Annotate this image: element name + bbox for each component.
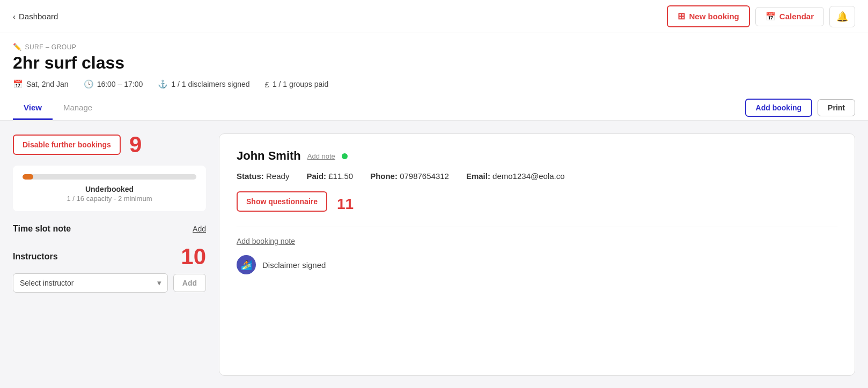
print-label: Print — [828, 103, 845, 112]
sidebar: Disable further bookings 9 Underbooked 1… — [13, 133, 206, 376]
paid-label: Paid: — [306, 171, 326, 181]
time-text: 16:00 – 17:00 — [97, 80, 143, 88]
select-instructor-wrapper: Select instructor — [13, 273, 168, 293]
add-booking-note-label: Add booking note — [237, 237, 295, 245]
calendar-small-icon: 📅 — [13, 79, 23, 89]
back-arrow-icon: ‹ — [13, 12, 16, 21]
booking-count-badge: 9 — [129, 133, 142, 156]
category-label: ✏️ SURF – GROUP — [13, 43, 855, 51]
disable-bookings-button[interactable]: Disable further bookings — [13, 135, 121, 155]
print-button[interactable]: Print — [818, 99, 855, 116]
category-text: SURF – GROUP — [25, 43, 76, 51]
timeslot-section-header: Time slot note Add — [13, 224, 206, 234]
instructors-section: Instructors 10 Select instructor Add — [13, 245, 206, 293]
meta-time: 🕓 16:00 – 17:00 — [84, 79, 143, 89]
instructors-label: Instructors — [13, 252, 58, 262]
new-booking-button[interactable]: ⊞ New booking — [667, 5, 749, 27]
questionnaire-row: Show questionnaire 11 — [237, 191, 837, 217]
status-item: Status: Ready — [237, 171, 289, 181]
disclaimer-avatar-icon: 🏄 — [241, 259, 252, 271]
instructor-count-badge: 10 — [181, 245, 206, 268]
edit-icon: ✏️ — [13, 43, 21, 51]
timeslot-section: Time slot note Add — [13, 224, 206, 234]
notification-bell-button[interactable]: 🔔 — [829, 6, 855, 27]
customer-name: John Smith — [237, 149, 301, 163]
divider — [237, 227, 837, 227]
instructor-select-row: Select instructor Add — [13, 273, 206, 293]
calendar-label: Calendar — [779, 12, 814, 21]
back-label: Dashboard — [19, 12, 58, 21]
tabs-bar: View Manage Add booking Print — [0, 95, 868, 121]
customer-name-row: John Smith Add note — [237, 149, 837, 163]
show-questionnaire-button[interactable]: Show questionnaire — [237, 191, 327, 212]
meta-date: 📅 Sat, 2nd Jan — [13, 79, 69, 89]
new-booking-label: New booking — [689, 12, 739, 21]
plus-icon: ⊞ — [678, 11, 685, 22]
capacity-bar-fill — [23, 174, 33, 180]
booking-number-row: Disable further bookings 9 — [13, 133, 206, 156]
tabs: View Manage — [13, 95, 103, 120]
booking-detail-card: John Smith Add note Status: Ready Paid: … — [219, 133, 855, 376]
disclaimers-text: 1 / 1 disclaimers signed — [171, 80, 249, 88]
top-bar: ‹ Dashboard ⊞ New booking 📅 Calendar 🔔 — [0, 0, 868, 33]
add-instructor-label: Add — [182, 279, 197, 287]
clock-icon: 🕓 — [84, 79, 94, 89]
show-questionnaire-label: Show questionnaire — [246, 197, 318, 206]
person-icon: ⚓ — [158, 79, 168, 89]
paid-value: £11.50 — [328, 171, 353, 181]
bell-icon: 🔔 — [836, 11, 848, 22]
page-header: ✏️ SURF – GROUP 2hr surf class 📅 Sat, 2n… — [0, 33, 868, 95]
timeslot-note-title: Time slot note — [13, 224, 71, 234]
date-text: Sat, 2nd Jan — [26, 80, 69, 88]
add-timeslot-note-label: Add — [193, 225, 206, 233]
back-link[interactable]: ‹ Dashboard — [13, 12, 58, 21]
phone-label: Phone: — [370, 171, 398, 181]
add-note-link[interactable]: Add note — [307, 152, 335, 160]
add-note-label: Add note — [307, 152, 335, 160]
status-value: Ready — [266, 171, 289, 181]
calendar-icon: 📅 — [766, 12, 776, 21]
tab-actions: Add booking Print — [745, 99, 855, 117]
add-instructor-button[interactable]: Add — [173, 274, 206, 292]
email-label: Email: — [466, 171, 490, 181]
calendar-button[interactable]: 📅 Calendar — [755, 7, 824, 26]
status-label: Status: — [237, 171, 264, 181]
groups-paid-text: 1 / 1 groups paid — [273, 80, 328, 88]
tab-manage[interactable]: Manage — [53, 95, 103, 120]
instructors-title: Instructors 10 — [13, 245, 206, 268]
main-content: Disable further bookings 9 Underbooked 1… — [0, 121, 868, 388]
add-timeslot-note-button[interactable]: Add — [193, 225, 206, 233]
email-value: demo1234@eola.co — [492, 171, 565, 181]
pound-icon: £ — [265, 80, 269, 89]
email-item: Email: demo1234@eola.co — [466, 171, 565, 181]
meta-groups-paid: £ 1 / 1 groups paid — [265, 80, 329, 89]
tab-manage-label: Manage — [63, 103, 92, 112]
questionnaire-number-badge: 11 — [337, 196, 354, 213]
top-actions: ⊞ New booking 📅 Calendar 🔔 — [667, 5, 855, 27]
tab-view[interactable]: View — [13, 95, 53, 120]
select-instructor[interactable]: Select instructor — [13, 273, 168, 293]
disclaimer-text: Disclaimer signed — [262, 260, 326, 270]
add-booking-label: Add booking — [756, 103, 802, 112]
paid-item: Paid: £11.50 — [306, 171, 353, 181]
capacity-bar-container — [23, 174, 196, 180]
add-booking-note-link[interactable]: Add booking note — [237, 237, 837, 245]
page-title: 2hr surf class — [13, 53, 855, 73]
capacity-detail: 1 / 16 capacity - 2 minimum — [23, 195, 196, 203]
meta-disclaimers: ⚓ 1 / 1 disclaimers signed — [158, 79, 249, 89]
phone-value: 07987654312 — [400, 171, 449, 181]
disclaimer-avatar: 🏄 — [237, 255, 256, 274]
capacity-status: Underbooked — [23, 185, 196, 193]
meta-row: 📅 Sat, 2nd Jan 🕓 16:00 – 17:00 ⚓ 1 / 1 d… — [13, 79, 855, 95]
info-row: Status: Ready Paid: £11.50 Phone: 079876… — [237, 171, 837, 181]
tab-view-label: View — [24, 103, 42, 112]
online-status-dot — [342, 153, 348, 159]
capacity-box: Underbooked 1 / 16 capacity - 2 minimum — [13, 166, 206, 211]
disable-bookings-label: Disable further bookings — [23, 140, 111, 149]
phone-item: Phone: 07987654312 — [370, 171, 449, 181]
disclaimer-row: 🏄 Disclaimer signed — [237, 255, 837, 274]
add-booking-button[interactable]: Add booking — [745, 99, 813, 117]
